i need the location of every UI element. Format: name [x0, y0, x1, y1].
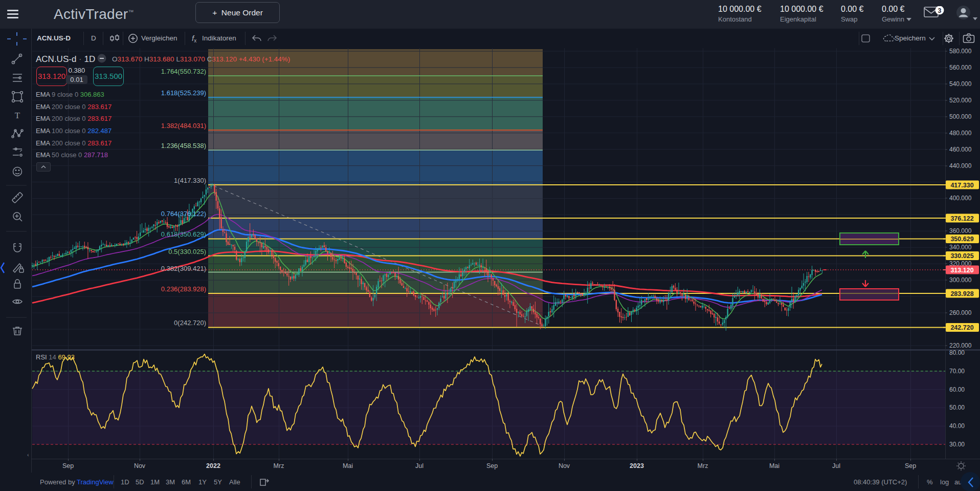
svg-text:440.000: 440.000	[949, 162, 972, 169]
svg-text:60.00: 60.00	[949, 386, 965, 393]
svg-text:Mrz: Mrz	[274, 462, 284, 469]
svg-text:500.000: 500.000	[949, 113, 972, 120]
svg-text:Nov: Nov	[559, 462, 570, 469]
svg-text:Mrz: Mrz	[698, 462, 708, 469]
svg-text:260.000: 260.000	[949, 309, 972, 316]
svg-text:480.000: 480.000	[949, 130, 972, 137]
svg-text:0(242.720): 0(242.720)	[174, 319, 206, 327]
svg-text:0.764(376.122): 0.764(376.122)	[161, 210, 206, 218]
svg-text:283.928: 283.928	[950, 290, 973, 297]
svg-text:540.000: 540.000	[949, 80, 972, 88]
svg-text:T: T	[15, 111, 20, 120]
svg-text:520.000: 520.000	[949, 97, 972, 104]
svg-text:1.382(484.031): 1.382(484.031)	[161, 122, 206, 130]
svg-text:30.00: 30.00	[949, 441, 965, 448]
svg-text:460.000: 460.000	[949, 146, 972, 153]
svg-text:360.000: 360.000	[949, 227, 972, 234]
svg-text:80.00: 80.00	[949, 349, 965, 356]
svg-text:560.000: 560.000	[949, 64, 972, 71]
svg-text:0.382(309.421): 0.382(309.421)	[161, 265, 206, 272]
svg-text:70.00: 70.00	[949, 368, 965, 375]
svg-text:580.000: 580.000	[949, 48, 972, 55]
svg-text:0.236(283.928): 0.236(283.928)	[161, 285, 206, 293]
svg-text:340.000: 340.000	[949, 244, 972, 251]
svg-text:50.00: 50.00	[949, 404, 965, 411]
svg-text:1.236(458.538): 1.236(458.538)	[161, 142, 206, 150]
svg-text:40.00: 40.00	[949, 422, 965, 430]
svg-text:1.764(550.732): 1.764(550.732)	[161, 68, 206, 75]
svg-text:350.629: 350.629	[950, 236, 973, 243]
svg-text:2022: 2022	[206, 462, 220, 469]
svg-text:Mai: Mai	[769, 462, 779, 469]
svg-text:Nov: Nov	[134, 462, 146, 469]
svg-text:Jul: Jul	[415, 462, 424, 469]
svg-text:0.5(330.025): 0.5(330.025)	[168, 248, 206, 255]
svg-text:Sep: Sep	[62, 462, 74, 469]
svg-text:220.000: 220.000	[949, 342, 972, 349]
svg-text:1(417.330): 1(417.330)	[174, 177, 206, 184]
svg-text:Jul: Jul	[832, 462, 840, 469]
svg-text:400.000: 400.000	[949, 195, 972, 202]
svg-text:0.618(350.629): 0.618(350.629)	[161, 230, 206, 238]
svg-text:330.025: 330.025	[950, 252, 973, 260]
svg-text:242.720: 242.720	[950, 324, 973, 331]
svg-text:Sep: Sep	[486, 462, 498, 469]
svg-text:2023: 2023	[630, 462, 644, 469]
svg-text:300.000: 300.000	[949, 276, 972, 284]
svg-text:Sep: Sep	[905, 462, 916, 469]
svg-text:Mai: Mai	[343, 462, 353, 469]
svg-text:1.618(525.239): 1.618(525.239)	[161, 89, 206, 97]
svg-text:313.120: 313.120	[950, 267, 973, 274]
svg-text:376.122: 376.122	[950, 215, 973, 222]
svg-text:3: 3	[938, 7, 942, 14]
svg-text:417.330: 417.330	[950, 182, 973, 189]
